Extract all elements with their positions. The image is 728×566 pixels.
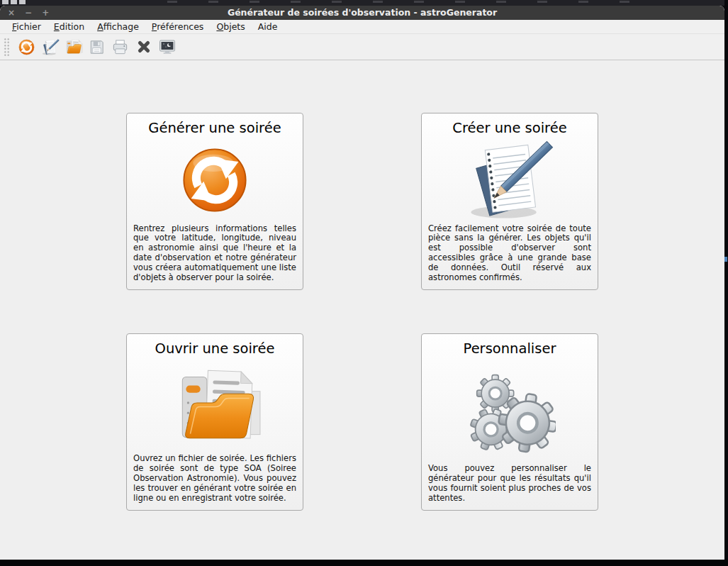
create-soiree-button[interactable] bbox=[38, 36, 62, 57]
menu-aide[interactable]: Aide bbox=[252, 21, 284, 33]
card-generer-soiree[interactable]: Générer une soirée Rentrez plusieurs inf… bbox=[126, 113, 303, 290]
card-description: Vous pouvez personnaliser le générateur … bbox=[422, 464, 598, 510]
main-content: Générer une soirée Rentrez plusieurs inf… bbox=[0, 60, 724, 560]
card-description: Ouvrez un fichier de soirée. Les fichier… bbox=[127, 454, 303, 510]
astrogenerator-window: × − + Générateur de soirées d'observatio… bbox=[0, 6, 724, 560]
menu-objets[interactable]: Objets bbox=[210, 21, 251, 33]
close-button[interactable] bbox=[132, 36, 155, 57]
gears-icon bbox=[464, 357, 556, 464]
open-folder-icon bbox=[64, 38, 83, 55]
menu-edition[interactable]: Edition bbox=[47, 21, 91, 33]
printer-icon bbox=[111, 38, 129, 56]
menu-bar: Fichier Edition Affichage Préférences Ob… bbox=[0, 20, 724, 34]
sync-orange-icon bbox=[178, 136, 252, 224]
card-title: Créer une soirée bbox=[452, 120, 566, 136]
maximize-window-icon[interactable]: + bbox=[42, 6, 49, 20]
background-accent bbox=[724, 257, 727, 262]
monitor-moon-icon bbox=[158, 38, 177, 56]
bottom-edge-bar bbox=[0, 560, 728, 566]
card-description: Créez facilement votre soirée de toute p… bbox=[422, 224, 598, 289]
window-title: Générateur de soirées d'observation - as… bbox=[0, 6, 724, 20]
desktop-edge-strip bbox=[724, 0, 728, 566]
menu-preferences[interactable]: Préférences bbox=[145, 21, 211, 33]
card-title: Personnaliser bbox=[464, 340, 556, 357]
screen-button[interactable] bbox=[155, 36, 179, 57]
close-window-icon[interactable]: × bbox=[8, 6, 15, 20]
card-title: Ouvrir une soirée bbox=[155, 340, 275, 357]
menu-fichier[interactable]: Fichier bbox=[6, 21, 47, 33]
toolbar-grip-handle[interactable] bbox=[4, 38, 10, 56]
card-title: Générer une soirée bbox=[148, 120, 281, 136]
generate-soiree-button[interactable] bbox=[15, 36, 38, 57]
open-folder-document-icon bbox=[168, 357, 262, 454]
sync-orange-icon bbox=[18, 38, 35, 56]
open-soiree-button[interactable] bbox=[62, 36, 85, 57]
background-window-sliver bbox=[0, 0, 728, 6]
card-description: Rentrez plusieurs informations telles qu… bbox=[127, 224, 303, 289]
notepad-pencil-icon bbox=[41, 38, 60, 56]
save-button[interactable] bbox=[85, 36, 108, 57]
toolbar bbox=[0, 34, 724, 60]
card-personnaliser[interactable]: Personnaliser Vous pouvez personnaliser … bbox=[421, 333, 598, 511]
floppy-disk-icon bbox=[88, 38, 106, 56]
card-creer-soiree[interactable]: Créer une soirée Créez facilement votre … bbox=[421, 113, 598, 290]
window-controls: × − + bbox=[8, 6, 49, 20]
card-ouvrir-soiree[interactable]: Ouvrir une soirée Ouvrez un fichier de s… bbox=[126, 333, 303, 511]
desktop: × − + Générateur de soirées d'observatio… bbox=[0, 0, 728, 566]
title-bar[interactable]: × − + Générateur de soirées d'observatio… bbox=[0, 6, 724, 20]
cross-icon bbox=[135, 38, 152, 55]
menu-affichage[interactable]: Affichage bbox=[91, 21, 145, 33]
print-button[interactable] bbox=[108, 36, 132, 57]
minimize-window-icon[interactable]: − bbox=[25, 6, 32, 20]
notepad-pencil-icon bbox=[465, 136, 554, 224]
